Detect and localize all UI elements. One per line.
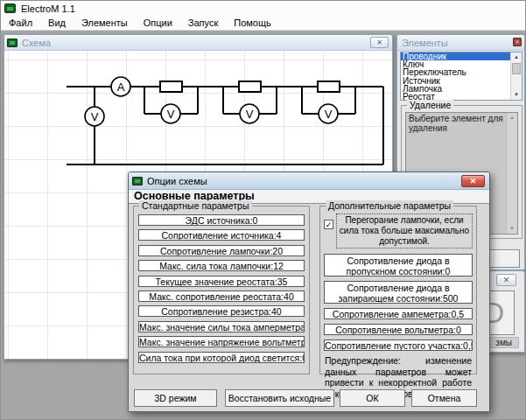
- menu-run[interactable]: Запуск: [180, 17, 226, 29]
- dialog-body: Основные параметры Стандартные параметры…: [129, 190, 489, 411]
- field-voltmeter-max-voltage[interactable]: Макс. значение напряжение вольтметра:250: [138, 336, 305, 347]
- menu-file[interactable]: Файл: [1, 17, 40, 29]
- resistor-1: [160, 81, 182, 92]
- field-ammeter-max-current[interactable]: Макс. значение силы тока амперметра:15: [138, 321, 305, 332]
- voltmeter-label: V: [246, 108, 254, 121]
- dialog-titlebar[interactable]: Опции схемы ✕: [129, 172, 489, 190]
- cancel-button[interactable]: Отмена: [411, 389, 477, 407]
- dialog-icon: [132, 177, 143, 186]
- main-titlebar: ElectroM 1.1: [1, 1, 525, 16]
- field-diode-light-current[interactable]: Сила тока при которой диод светится:0,5: [138, 352, 305, 363]
- field-diode-reverse-resistance[interactable]: Сопротивление диода в запирающем состоян…: [324, 281, 473, 304]
- schema-window-title: Схема: [22, 38, 51, 48]
- electrom-main-window: ElectroM 1.1 Файл Вид Элементы Опции Зап…: [0, 0, 526, 420]
- 3d-mode-button[interactable]: 3D режим: [134, 389, 217, 407]
- schema-window-icon: [7, 38, 18, 47]
- background-window-close-icon[interactable]: ✕: [496, 274, 516, 286]
- deletion-group-label: Удаление: [407, 100, 453, 110]
- field-emf-source[interactable]: ЭДС источника:0: [138, 214, 305, 226]
- dialog-title: Опции схемы: [147, 176, 207, 186]
- resistor-2: [239, 81, 261, 92]
- field-diode-forward-resistance[interactable]: Сопротивление диода в пропускном состоян…: [324, 254, 473, 276]
- standard-params-label: Стандартные параметры: [139, 200, 252, 211]
- elements-panel-title: Элементы: [402, 38, 448, 48]
- standard-params-group: Стандартные параметры ЭДС источника:0 Со…: [133, 206, 310, 374]
- field-resistor-resistance[interactable]: Сопротивление резистра:40: [138, 305, 305, 317]
- window-title: ElectroM 1.1: [21, 4, 75, 14]
- field-rheostat-max-resistance[interactable]: Макс. сопротивление реостата:40: [138, 290, 305, 302]
- lamp-burnout-checkbox-label[interactable]: Перегорание лампочки, если сила тока бол…: [336, 214, 473, 248]
- restore-defaults-button[interactable]: Восстановить исходные: [225, 389, 334, 407]
- voltmeter-label: V: [167, 108, 175, 121]
- schema-titlebar[interactable]: Схема ✕: [4, 35, 392, 51]
- deletion-info-text: Выберите элемент для удаления: [409, 114, 503, 133]
- field-ammeter-resistance[interactable]: Сопротивление ампеметра:0,5: [324, 308, 473, 319]
- menu-elements[interactable]: Элементы: [74, 17, 136, 29]
- scroll-up-icon[interactable]: ▲: [511, 52, 522, 62]
- voltmeter-label: V: [325, 108, 333, 121]
- elements-list-scrollbar[interactable]: ▲ ▼: [510, 52, 522, 100]
- field-voltmeter-resistance[interactable]: Сопротивление вольтметра:0: [324, 324, 473, 335]
- field-lamp-resistance[interactable]: Сопротивление лампочки:20: [138, 245, 305, 256]
- field-source-resistance[interactable]: Сопротивление источника:4: [138, 229, 305, 241]
- additional-params-label: Дополнительные параметры: [326, 200, 453, 211]
- schema-close-icon[interactable]: ✕: [370, 37, 389, 48]
- ok-button[interactable]: ОК: [340, 389, 405, 407]
- elements-close-icon[interactable]: ✕: [513, 38, 522, 46]
- additional-params-group: Дополнительные параметры ✓ Перегорание л…: [319, 206, 477, 374]
- lamp-burnout-checkbox[interactable]: ✓: [324, 220, 333, 229]
- options-dialog: Опции схемы ✕ Основные параметры Стандар…: [128, 172, 490, 412]
- deletion-box-scrollbar[interactable]: ▲ ▼: [506, 113, 517, 234]
- wires[interactable]: [67, 87, 383, 164]
- voltmeter-label: V: [91, 110, 99, 123]
- menu-help[interactable]: Помощь: [226, 17, 279, 29]
- scroll-down-icon[interactable]: ▼: [511, 90, 522, 100]
- field-lamp-max-current[interactable]: Макс. сила тока лампочки:12: [138, 260, 305, 271]
- resistor-3: [318, 81, 340, 92]
- menu-options[interactable]: Опции: [136, 17, 180, 29]
- elements-titlebar[interactable]: Элементы ✕: [397, 35, 524, 51]
- app-icon: [4, 4, 16, 13]
- scroll-thumb[interactable]: [512, 63, 521, 74]
- elements-list[interactable]: Проводник Ключ Переключатель Источник Ла…: [400, 52, 522, 101]
- field-rheostat-current-value[interactable]: Текущее значение реостата:35: [138, 276, 305, 287]
- dialog-close-icon[interactable]: ✕: [461, 175, 485, 187]
- ammeter-label: A: [117, 80, 125, 94]
- scroll-down-icon[interactable]: ▼: [507, 224, 517, 234]
- scroll-up-icon[interactable]: ▲: [507, 113, 517, 122]
- field-empty-section-resistance[interactable]: Сопротивление пустого участка:0,5: [324, 340, 473, 351]
- menu-view[interactable]: Вид: [40, 17, 74, 29]
- menubar: Файл Вид Элементы Опции Запуск Помощь: [1, 16, 525, 31]
